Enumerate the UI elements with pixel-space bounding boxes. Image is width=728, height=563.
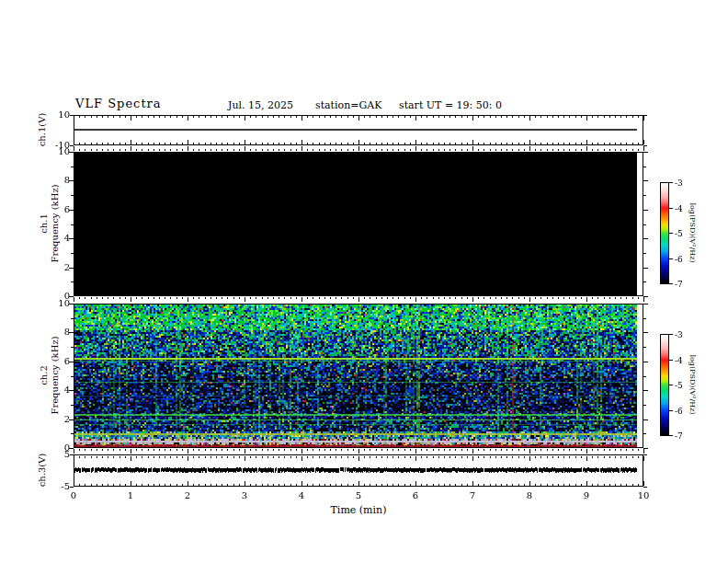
x-tick [490, 149, 491, 151]
x-tick-label: 10 [632, 490, 654, 501]
x-tick [284, 143, 285, 144]
x-tick [370, 143, 370, 144]
y-tick [71, 433, 74, 434]
x-tick [563, 297, 564, 299]
x-tick [102, 449, 103, 451]
x-tick [227, 297, 228, 299]
x-tick [307, 297, 308, 299]
x-tick [159, 297, 160, 299]
x-tick [245, 456, 245, 461]
x-tick [210, 143, 211, 144]
x-tick [199, 297, 199, 299]
x-tick [615, 149, 616, 151]
x-tick [444, 484, 445, 486]
x-tick [495, 449, 496, 451]
x-tick [245, 297, 245, 302]
x-tick [182, 456, 183, 458]
x-tick [581, 149, 582, 151]
x-tick [364, 143, 365, 144]
x-tick [245, 116, 245, 121]
x-tick [108, 149, 108, 151]
x-tick [506, 149, 507, 151]
x-tick [638, 456, 639, 458]
x-tick [478, 449, 479, 451]
x-tick [358, 456, 359, 461]
x-tick [632, 149, 633, 151]
x-tick [535, 116, 536, 118]
x-tick [381, 143, 382, 144]
x-tick [250, 449, 251, 451]
x-tick [216, 149, 217, 151]
x-tick [108, 456, 108, 458]
x-tick [597, 456, 598, 458]
x-tick [381, 449, 382, 451]
x-tick [113, 449, 114, 451]
colorbar-tick [669, 360, 673, 361]
x-tick [490, 297, 491, 299]
x-tick [154, 143, 154, 144]
x-tick [376, 116, 377, 118]
x-tick-label: 5 [347, 490, 370, 501]
x-tick [558, 456, 559, 458]
x-tick [245, 449, 245, 454]
x-tick [262, 484, 263, 486]
x-tick [85, 484, 85, 486]
x-tick [449, 484, 450, 486]
x-tick [199, 456, 199, 458]
x-tick [205, 116, 206, 118]
x-tick [506, 449, 507, 451]
x-tick [455, 297, 456, 299]
x-tick [370, 149, 370, 151]
x-tick [540, 449, 541, 451]
x-tick [233, 456, 234, 458]
x-tick [85, 143, 85, 144]
x-tick [524, 297, 525, 299]
x-tick [210, 449, 211, 451]
x-tick [245, 481, 245, 486]
x-tick [392, 484, 393, 486]
x-tick [262, 149, 263, 151]
x-tick [222, 149, 222, 151]
x-tick [455, 143, 456, 144]
x-tick [398, 297, 399, 299]
x-tick [421, 449, 422, 451]
y-tick [70, 145, 74, 146]
x-tick [364, 116, 365, 118]
colorbar-tick-label: -7 [675, 279, 691, 290]
x-tick [301, 140, 302, 144]
x-tick [575, 484, 576, 486]
y-tick [643, 376, 646, 377]
x-tick [313, 456, 313, 458]
x-tick [296, 143, 297, 144]
x-tick [256, 149, 256, 151]
x-tick [222, 297, 222, 299]
x-tick [341, 484, 342, 486]
x-tick [227, 143, 228, 144]
x-tick [438, 449, 439, 451]
x-tick [85, 456, 85, 458]
x-tick [290, 116, 291, 118]
x-tick [79, 297, 80, 299]
x-tick [159, 116, 160, 118]
x-tick [284, 116, 285, 118]
x-tick [518, 484, 519, 486]
x-tick [227, 484, 228, 486]
x-tick [540, 456, 541, 458]
x-tick [347, 297, 348, 299]
x-tick [336, 149, 336, 151]
y-tick [643, 304, 648, 304]
x-tick [176, 297, 177, 299]
x-tick [222, 143, 222, 144]
x-tick [620, 143, 621, 144]
x-tick [370, 116, 370, 118]
x-tick [604, 484, 605, 486]
x-tick [273, 116, 274, 118]
x-tick [273, 449, 274, 451]
x-tick [592, 297, 593, 299]
x-tick [540, 143, 541, 144]
x-tick [410, 456, 411, 458]
x-tick [558, 484, 559, 486]
x-tick [125, 484, 126, 486]
x-tick [188, 297, 188, 302]
x-tick [250, 116, 251, 118]
